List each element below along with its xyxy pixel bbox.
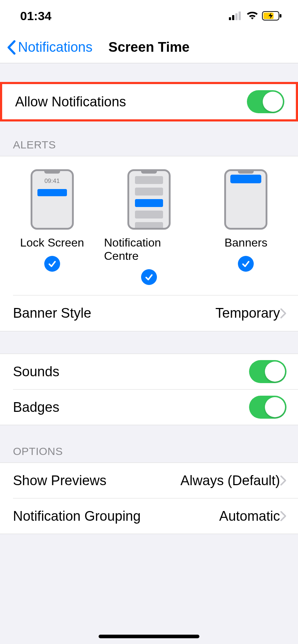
sounds-row[interactable]: Sounds xyxy=(0,354,298,389)
banner-style-value: Temporary xyxy=(216,305,280,321)
chevron-right-icon xyxy=(280,511,286,521)
notification-centre-check-icon xyxy=(141,269,157,285)
svg-rect-3 xyxy=(239,12,241,20)
allow-notifications-highlight: Allow Notifications xyxy=(0,82,298,121)
alerts-section-header: ALERTS xyxy=(0,121,298,156)
alert-types: 09:41 Lock Screen Notification Centre xyxy=(0,156,298,295)
allow-notifications-row[interactable]: Allow Notifications xyxy=(2,84,296,119)
badges-row[interactable]: Badges xyxy=(0,390,298,425)
alert-type-lock-screen-label: Lock Screen xyxy=(20,236,84,249)
notification-grouping-value: Automatic xyxy=(219,509,280,524)
alert-type-lock-screen[interactable]: 09:41 Lock Screen xyxy=(7,169,97,285)
show-previews-row[interactable]: Show Previews Always (Default) xyxy=(0,463,298,498)
home-indicator xyxy=(99,635,199,638)
svg-rect-2 xyxy=(235,13,238,20)
badges-label: Badges xyxy=(13,400,249,415)
options-group: Show Previews Always (Default) Notificat… xyxy=(0,463,298,534)
svg-rect-1 xyxy=(232,15,234,20)
banner-style-row[interactable]: Banner Style Temporary xyxy=(0,295,298,331)
sounds-toggle[interactable] xyxy=(249,360,286,383)
chevron-left-icon xyxy=(6,40,16,55)
chevron-right-icon xyxy=(280,308,286,319)
allow-notifications-label: Allow Notifications xyxy=(15,94,247,110)
lock-screen-preview-icon: 09:41 xyxy=(31,169,74,230)
notification-grouping-row[interactable]: Notification Grouping Automatic xyxy=(0,498,298,534)
back-label: Notifications xyxy=(18,40,92,55)
sounds-label: Sounds xyxy=(13,364,249,380)
alerts-panel: 09:41 Lock Screen Notification Centre xyxy=(0,156,298,331)
show-previews-label: Show Previews xyxy=(13,473,180,488)
allow-notifications-toggle[interactable] xyxy=(247,90,284,113)
show-previews-value: Always (Default) xyxy=(180,473,280,488)
status-icons xyxy=(229,11,282,20)
lock-screen-preview-time: 09:41 xyxy=(32,178,72,185)
banner-style-label: Banner Style xyxy=(13,305,216,321)
back-button[interactable]: Notifications xyxy=(0,40,92,55)
notification-grouping-label: Notification Grouping xyxy=(13,509,219,524)
status-bar: 01:34 xyxy=(0,0,298,32)
cellular-icon xyxy=(229,12,243,20)
options-section-header: OPTIONS xyxy=(0,425,298,463)
wifi-icon xyxy=(246,12,258,20)
lock-screen-check-icon xyxy=(44,256,60,272)
chevron-right-icon xyxy=(280,475,286,486)
badges-toggle[interactable] xyxy=(249,396,286,419)
svg-rect-0 xyxy=(229,17,231,20)
alert-type-notification-centre[interactable]: Notification Centre xyxy=(104,169,194,285)
notification-centre-preview-icon xyxy=(127,169,171,230)
banners-preview-icon xyxy=(224,169,267,230)
status-time: 01:34 xyxy=(20,9,51,23)
alert-type-banners-label: Banners xyxy=(225,236,267,249)
alert-type-banners[interactable]: Banners xyxy=(201,169,291,285)
battery-charging-icon xyxy=(262,11,282,20)
alert-type-notification-centre-label: Notification Centre xyxy=(104,236,194,263)
svg-rect-5 xyxy=(280,14,281,18)
navigation-bar: Notifications Screen Time xyxy=(0,32,298,63)
banners-check-icon xyxy=(238,256,254,272)
sounds-badges-group: Sounds Badges xyxy=(0,354,298,425)
